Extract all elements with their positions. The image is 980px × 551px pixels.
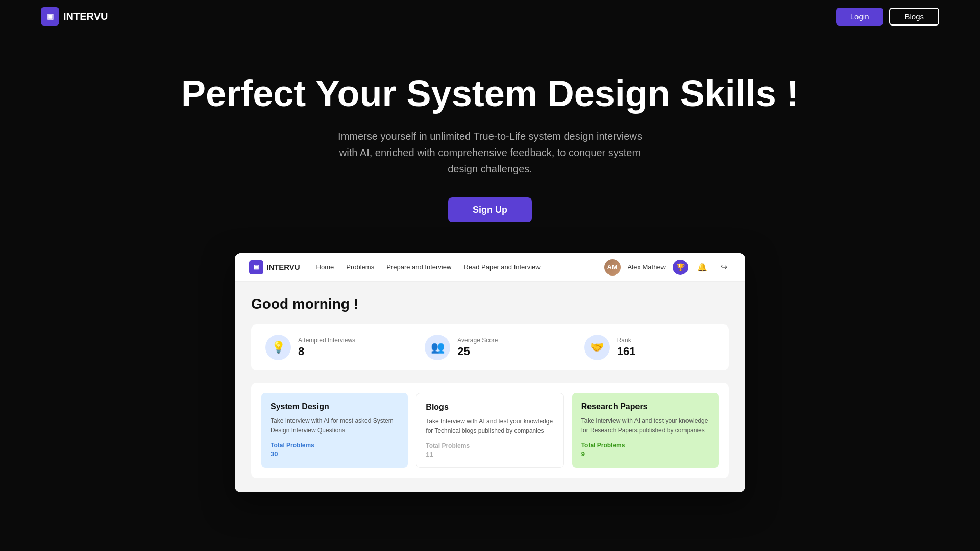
nav-link-prepare[interactable]: Prepare and Interview — [386, 263, 451, 271]
score-value: 25 — [457, 345, 498, 358]
hero-subtitle: Immerse yourself in unlimited True-to-Li… — [337, 128, 643, 177]
blogs-button[interactable]: Blogs — [889, 8, 939, 26]
trophy-icon: 🏆 — [673, 260, 688, 275]
logout-icon[interactable]: ↪ — [717, 260, 731, 274]
blogs-total-value: 11 — [426, 450, 554, 458]
hero-section: Perfect Your System Design Skills ! Imme… — [0, 33, 980, 253]
app-nav-right: AM Alex Mathew 🏆 🔔 ↪ — [604, 259, 731, 276]
greeting: Good morning ! — [251, 296, 729, 312]
stat-attempted: 💡 Attempted Interviews 8 — [251, 324, 410, 370]
stat-rank-content: Rank 161 — [617, 337, 636, 358]
rank-icon: 🤝 — [584, 335, 610, 360]
app-nav-left: ▣ INTERVU Home Problems Prepare and Inte… — [249, 260, 541, 274]
top-navigation: ▣ INTERVU Login Blogs — [0, 0, 980, 33]
stat-score: 👥 Average Score 25 — [410, 324, 569, 370]
blogs-desc: Take Interview with AI and test your kno… — [426, 417, 554, 435]
app-window: ▣ INTERVU Home Problems Prepare and Inte… — [235, 253, 745, 492]
login-button[interactable]: Login — [836, 8, 884, 26]
avatar: AM — [604, 259, 621, 276]
system-design-title: System Design — [271, 402, 399, 411]
blogs-title: Blogs — [426, 403, 554, 412]
research-papers-total-value: 9 — [581, 450, 709, 458]
blogs-card[interactable]: Blogs Take Interview with AI and test yo… — [416, 393, 564, 468]
stat-score-content: Average Score 25 — [457, 337, 498, 358]
research-papers-total-label: Total Problems — [581, 442, 709, 449]
app-body: Good morning ! 💡 Attempted Interviews 8 … — [235, 282, 745, 492]
nav-buttons: Login Blogs — [836, 8, 939, 26]
logo-icon: ▣ — [41, 7, 59, 26]
score-label: Average Score — [457, 337, 498, 344]
blogs-total-label: Total Problems — [426, 442, 554, 449]
app-logo-text: INTERVU — [266, 263, 300, 271]
bell-icon[interactable]: 🔔 — [695, 260, 709, 274]
logo-text: INTERVU — [63, 11, 108, 22]
attempted-label: Attempted Interviews — [298, 337, 355, 344]
app-navigation: ▣ INTERVU Home Problems Prepare and Inte… — [235, 253, 745, 282]
system-design-card[interactable]: System Design Take Interview with AI for… — [261, 393, 408, 468]
app-nav-links: Home Problems Prepare and Interview Read… — [316, 263, 541, 271]
stats-bar: 💡 Attempted Interviews 8 👥 Average Score… — [251, 324, 729, 370]
nav-link-read-paper[interactable]: Read Paper and Interview — [463, 263, 540, 271]
score-icon: 👥 — [425, 335, 450, 360]
system-design-total-value: 30 — [271, 450, 399, 458]
app-logo-icon: ▣ — [249, 260, 263, 274]
nav-link-home[interactable]: Home — [316, 263, 334, 271]
system-design-total-label: Total Problems — [271, 442, 399, 449]
rank-value: 161 — [617, 345, 636, 358]
system-design-desc: Take Interview with AI for most asked Sy… — [271, 416, 399, 435]
research-papers-title: Research Papers — [581, 402, 709, 411]
stat-attempted-content: Attempted Interviews 8 — [298, 337, 355, 358]
research-papers-desc: Take Interview with AI and test your kno… — [581, 416, 709, 435]
research-papers-card[interactable]: Research Papers Take Interview with AI a… — [572, 393, 719, 468]
attempted-icon: 💡 — [265, 335, 291, 360]
logo: ▣ INTERVU — [41, 7, 108, 26]
nav-link-problems[interactable]: Problems — [346, 263, 374, 271]
signup-button[interactable]: Sign Up — [448, 197, 532, 222]
app-logo: ▣ INTERVU — [249, 260, 300, 274]
stat-rank: 🤝 Rank 161 — [570, 324, 729, 370]
hero-title: Perfect Your System Design Skills ! — [10, 73, 970, 114]
cards-container: System Design Take Interview with AI for… — [251, 383, 729, 478]
user-name: Alex Mathew — [628, 263, 666, 271]
attempted-value: 8 — [298, 345, 355, 358]
rank-label: Rank — [617, 337, 636, 344]
